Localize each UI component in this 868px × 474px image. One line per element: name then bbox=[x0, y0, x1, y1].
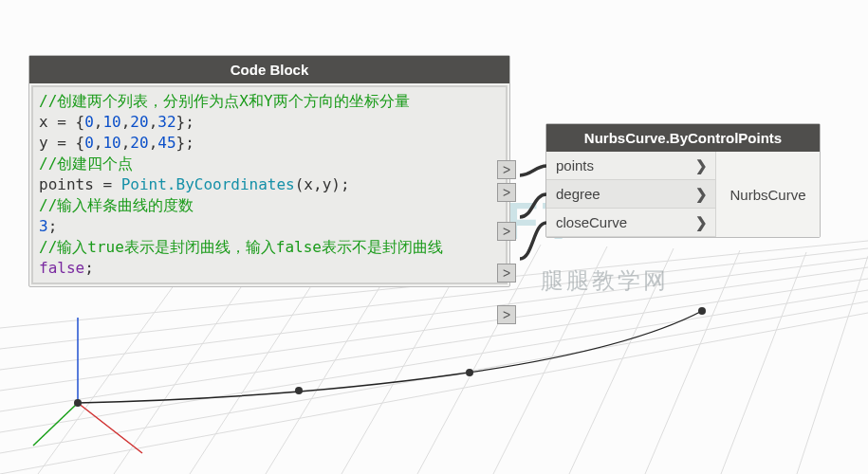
svg-line-16 bbox=[645, 250, 740, 474]
nurbs-curve-preview bbox=[74, 307, 706, 407]
code-block-node[interactable]: Code Block //创建两个列表，分别作为点X和Y两个方向的坐标分量 x … bbox=[28, 55, 510, 287]
output-port-nurbscurve[interactable]: NurbsCurve bbox=[715, 152, 820, 237]
svg-point-22 bbox=[74, 399, 82, 407]
svg-line-17 bbox=[721, 252, 806, 474]
input-port-closecurve[interactable]: closeCurve ❯ bbox=[546, 209, 715, 237]
output-port-y[interactable]: > bbox=[497, 183, 516, 202]
svg-line-15 bbox=[569, 248, 674, 474]
svg-line-20 bbox=[33, 403, 78, 446]
chevron-right-icon: ❯ bbox=[695, 214, 708, 231]
nurbscurve-node[interactable]: NurbsCurve.ByControlPoints points ❯ degr… bbox=[545, 123, 821, 238]
output-port-closecurve[interactable]: > bbox=[497, 305, 516, 324]
output-port-points[interactable]: > bbox=[497, 222, 516, 241]
output-port-x[interactable]: > bbox=[497, 160, 516, 179]
output-port-degree[interactable]: > bbox=[497, 264, 516, 283]
code-block-title: Code Block bbox=[29, 56, 509, 83]
svg-point-23 bbox=[295, 387, 303, 394]
svg-line-18 bbox=[797, 256, 868, 474]
svg-point-25 bbox=[698, 307, 706, 315]
axes-gizmo bbox=[33, 318, 142, 453]
input-port-degree[interactable]: degree ❯ bbox=[546, 180, 715, 209]
chevron-right-icon: ❯ bbox=[695, 186, 708, 203]
chevron-right-icon: ❯ bbox=[695, 157, 708, 174]
svg-line-2 bbox=[0, 290, 868, 432]
svg-point-24 bbox=[466, 369, 473, 376]
code-block-body[interactable]: //创建两个列表，分别作为点X和Y两个方向的坐标分量 x = {0,10,20,… bbox=[31, 85, 508, 284]
nurbscurve-title: NurbsCurve.ByControlPoints bbox=[546, 124, 820, 152]
input-port-points[interactable]: points ❯ bbox=[546, 152, 715, 180]
